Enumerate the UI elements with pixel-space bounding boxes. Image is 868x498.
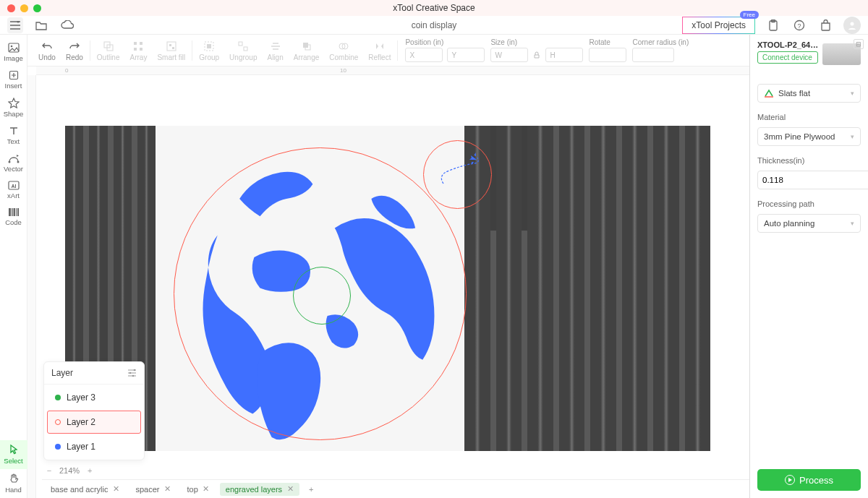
svg-rect-20	[134, 42, 137, 45]
green-circle[interactable]	[293, 267, 351, 325]
svg-point-7	[10, 46, 12, 48]
corner-input[interactable]	[632, 48, 674, 62]
close-icon[interactable]: ✕	[203, 486, 210, 493]
close-icon[interactable]: ✕	[113, 486, 120, 493]
svg-rect-17	[17, 208, 19, 216]
svg-point-35	[134, 369, 136, 372]
arrange-button[interactable]: Arrange	[289, 40, 325, 61]
svg-rect-13	[9, 208, 11, 216]
close-icon[interactable]: ✕	[286, 486, 294, 493]
slats-select[interactable]: Slats flat ▾	[757, 84, 861, 103]
folder-icon[interactable]	[33, 17, 49, 33]
slats-icon	[764, 89, 774, 98]
array-button[interactable]: Array	[125, 40, 153, 61]
user-avatar-icon[interactable]	[843, 17, 861, 34]
redo-button[interactable]: Redo	[61, 40, 88, 61]
layer-color-icon	[55, 444, 61, 450]
svg-rect-30	[244, 47, 247, 51]
add-tab-button[interactable]: +	[304, 483, 318, 496]
corner-group: Corner radius (in)	[632, 38, 689, 62]
position-x-input[interactable]: X	[405, 48, 443, 62]
hamburger-icon[interactable]	[7, 17, 23, 33]
tab-label: engraved layers	[226, 485, 282, 494]
position-y-input[interactable]: Y	[447, 48, 485, 62]
layer-color-icon	[55, 419, 61, 425]
align-button[interactable]: Align	[262, 40, 288, 61]
canvas-tab[interactable]: top✕	[182, 483, 216, 496]
svg-rect-21	[140, 42, 142, 45]
left-toolbar: Image Insert Shape Text Vector AI xArt C…	[0, 35, 27, 498]
play-icon	[785, 475, 795, 485]
layers-title: Layer	[51, 368, 73, 378]
rotate-input[interactable]	[589, 48, 626, 62]
file-name[interactable]: coin display	[412, 20, 457, 30]
select-tool[interactable]: Select	[0, 440, 27, 469]
image-tool[interactable]: Image	[0, 39, 27, 66]
zoom-out-button[interactable]: −	[43, 465, 55, 476]
svg-point-0	[17, 21, 20, 23]
insert-tool[interactable]: Insert	[0, 66, 27, 94]
layer-label: Layer 2	[67, 417, 95, 427]
store-icon[interactable]	[817, 17, 833, 33]
svg-point-10	[17, 161, 19, 163]
reflect-button[interactable]: Reflect	[363, 40, 396, 61]
svg-rect-28	[207, 44, 211, 48]
zoom-in-button[interactable]: +	[84, 465, 95, 476]
panel-collapse-icon[interactable]: ⊟	[854, 39, 864, 49]
xart-tool[interactable]: AI xArt	[0, 177, 27, 204]
clipboard-icon[interactable]	[765, 17, 781, 33]
zoom-control: − 214% +	[43, 465, 95, 476]
right-panel: ⊟ XTOOL-P2_64… Connect device Slats flat…	[749, 35, 868, 498]
window-title: xTool Creative Space	[393, 3, 475, 13]
svg-point-37	[132, 375, 135, 377]
svg-rect-23	[140, 48, 142, 51]
cloud-icon[interactable]	[59, 17, 75, 33]
size-w-input[interactable]: W	[490, 48, 528, 62]
traffic-minimize-icon[interactable]	[20, 4, 28, 12]
lock-aspect-icon[interactable]	[532, 51, 541, 59]
chevron-down-icon: ▾	[851, 133, 854, 140]
traffic-close-icon[interactable]	[7, 4, 15, 12]
shape-tool[interactable]: Shape	[0, 94, 27, 122]
code-tool[interactable]: Code	[0, 204, 27, 231]
group-button[interactable]: Group	[194, 40, 224, 61]
process-button[interactable]: Process	[757, 469, 861, 491]
projects-label: xTool Projects	[692, 20, 746, 30]
airplane-path[interactable]	[436, 151, 487, 191]
material-select[interactable]: 3mm Pine Plywood ▾	[757, 127, 861, 146]
close-icon[interactable]: ✕	[164, 486, 171, 493]
combine-button[interactable]: Combine	[324, 40, 363, 61]
xtool-projects-button[interactable]: xTool Projects Free	[682, 17, 755, 34]
connect-device-button[interactable]: Connect device	[757, 51, 818, 64]
traffic-zoom-icon[interactable]	[33, 4, 41, 12]
svg-rect-22	[134, 48, 137, 51]
undo-button[interactable]: Undo	[33, 40, 61, 61]
layer-color-icon	[55, 395, 61, 400]
outline-button[interactable]: Outline	[92, 40, 125, 61]
chevron-down-icon: ▾	[851, 90, 854, 97]
canvas-tab[interactable]: spacer✕	[130, 483, 177, 496]
help-icon[interactable]: ?	[791, 17, 807, 33]
ruler-horizontal: 0 10	[36, 66, 749, 75]
layer-row[interactable]: Layer 3	[47, 386, 141, 409]
layer-row[interactable]: Layer 1	[47, 435, 141, 458]
material-label: Material	[757, 113, 861, 121]
main-toolbar: Undo Redo Outline Array Smart fill Group…	[27, 35, 749, 66]
svg-rect-14	[12, 208, 13, 216]
size-h-input[interactable]: H	[545, 48, 583, 62]
ungroup-button[interactable]: Ungroup	[224, 40, 262, 61]
app-menubar: coin display xTool Projects Free ?	[0, 16, 868, 35]
layer-row[interactable]: Layer 2	[47, 411, 141, 434]
canvas-tab[interactable]: engraved layers✕	[220, 483, 299, 496]
text-tool[interactable]: Text	[0, 122, 27, 150]
canvas-tab[interactable]: base and acrylic✕	[45, 483, 126, 496]
thickness-input[interactable]	[757, 171, 868, 189]
hand-tool[interactable]: Hand	[0, 469, 27, 498]
zoom-value: 214%	[59, 466, 80, 475]
svg-rect-26	[172, 47, 174, 49]
vector-tool[interactable]: Vector	[0, 150, 27, 177]
smartfill-button[interactable]: Smart fill	[152, 40, 190, 61]
canvas-area[interactable]: 0 10	[27, 66, 749, 498]
layers-settings-icon[interactable]	[127, 369, 137, 377]
processing-path-select[interactable]: Auto planning ▾	[757, 214, 861, 233]
